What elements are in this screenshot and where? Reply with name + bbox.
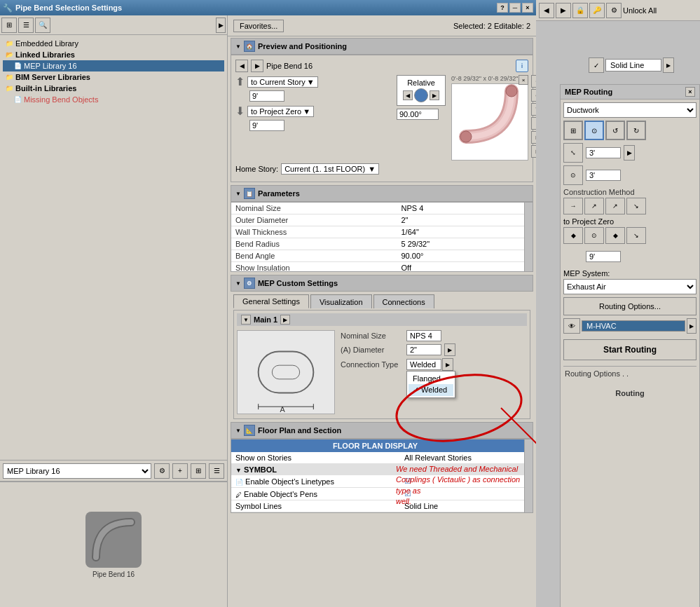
mep-icon-btn-2[interactable]: ⊙ bbox=[584, 121, 604, 140]
mep-hvac-arrow-btn[interactable]: ▶ bbox=[687, 318, 696, 334]
diameter-select-btn[interactable]: ▶ bbox=[444, 343, 455, 356]
mep-val1-arrow[interactable]: ▶ bbox=[624, 145, 635, 161]
mep-system-select[interactable]: Exhaust Air bbox=[563, 279, 696, 294]
position-grid: ⬆ to Current Story ▼ bbox=[235, 75, 528, 161]
mep-icon-btn-1[interactable]: ⊞ bbox=[563, 121, 583, 140]
conn-option-welded[interactable]: ✓ Welded bbox=[409, 384, 453, 396]
param-label: Nominal Size bbox=[231, 203, 397, 214]
construct-btn-3[interactable]: ↗ bbox=[605, 198, 625, 214]
rot-btn2[interactable]: ⊙ bbox=[531, 89, 536, 102]
top-icon-2[interactable]: ▶ bbox=[556, 3, 571, 18]
rot-btn4[interactable]: ⤢ bbox=[531, 117, 536, 130]
ductwork-select[interactable]: Ductwork bbox=[563, 102, 696, 118]
mep-close-btn[interactable]: × bbox=[685, 87, 695, 97]
fp-scrollbar[interactable] bbox=[524, 439, 533, 512]
rot-btn6[interactable]: ⊡ bbox=[531, 145, 536, 158]
main-expand-btn[interactable]: ▼ bbox=[241, 315, 251, 325]
favorites-button[interactable]: Favorites... bbox=[233, 20, 284, 32]
folder-icon-builtin: 📁 bbox=[4, 83, 14, 93]
mep-val2-input[interactable] bbox=[586, 170, 621, 181]
close-button[interactable]: × bbox=[522, 3, 533, 13]
toolbar-list-btn[interactable]: ☰ bbox=[18, 18, 34, 33]
lib-list-btn[interactable]: ☰ bbox=[209, 463, 224, 479]
expand-btn[interactable]: ▶ bbox=[216, 18, 226, 33]
conn-type-dropdown-btn[interactable]: ▶ bbox=[442, 358, 453, 371]
mep-collapse-icon: ▼ bbox=[235, 280, 241, 287]
rel-right-btn[interactable]: ▶ bbox=[430, 90, 439, 100]
project-zero-dropdown[interactable]: to Project Zero ▼ bbox=[247, 106, 314, 117]
start-routing-btn[interactable]: Start Routing bbox=[563, 339, 696, 360]
home-story-select[interactable]: Current (1. 1st FLOOR) ▼ bbox=[281, 163, 379, 175]
main-more-btn[interactable]: ▶ bbox=[280, 315, 290, 325]
preview-3d-close[interactable]: × bbox=[519, 75, 528, 85]
mep-val3-input[interactable] bbox=[586, 251, 621, 262]
fp-linetype-icon: 📄 bbox=[235, 479, 243, 486]
fp-symbol-lines-label: Symbol Lines bbox=[231, 500, 400, 512]
grid-btn-4[interactable]: ↘ bbox=[626, 227, 646, 244]
params-scrollbar[interactable] bbox=[524, 203, 533, 271]
top-icon-3[interactable]: 🔒 bbox=[572, 3, 588, 18]
grid-btn-2[interactable]: ⊙ bbox=[584, 227, 604, 244]
mep-icon-btn-4[interactable]: ↻ bbox=[626, 121, 646, 140]
story-val-input[interactable] bbox=[249, 90, 284, 102]
prev-nav-right[interactable]: ▶ bbox=[251, 60, 263, 72]
tree-item-mep[interactable]: 📄 MEP Library 16 bbox=[3, 60, 224, 71]
construct-btn-4[interactable]: ↘ bbox=[626, 198, 646, 214]
unlock-label: Unlock All bbox=[623, 6, 657, 15]
rot-btn5[interactable]: ⊞ bbox=[531, 131, 536, 144]
mep-icon-btn-3[interactable]: ↺ bbox=[605, 121, 625, 140]
rot-btn1[interactable]: ↺ bbox=[531, 75, 536, 88]
mep-val1-input[interactable] bbox=[586, 147, 621, 158]
tree-item-builtin[interactable]: 📁 Built-in Libraries bbox=[3, 83, 224, 94]
prev-nav-left[interactable]: ◀ bbox=[235, 60, 248, 72]
proj-val-input[interactable] bbox=[249, 120, 284, 131]
toolbar-grid-btn[interactable]: ⊞ bbox=[1, 18, 17, 33]
conn-option-flanged[interactable]: Flanged bbox=[409, 373, 453, 384]
param-value: 90.00° bbox=[397, 250, 533, 262]
mep-panel-content: Ductwork ⊞ ⊙ ↺ ↻ ⤡ ▶ ⊙ Construction Meth… bbox=[561, 100, 699, 407]
minimize-button[interactable]: ─ bbox=[509, 3, 521, 13]
preview-image bbox=[85, 512, 142, 568]
fp-display-header: FLOOR PLAN DISPLAY bbox=[231, 439, 519, 452]
info-button[interactable]: i bbox=[516, 60, 528, 72]
current-story-dropdown[interactable]: to Current Story ▼ bbox=[247, 76, 318, 88]
library-select[interactable]: MEP Library 16 bbox=[3, 463, 151, 479]
help-button[interactable]: ? bbox=[497, 3, 508, 13]
tree-item-missing[interactable]: 📄 Missing Bend Objects bbox=[3, 94, 224, 105]
solid-line-dropdown[interactable]: ▶ bbox=[663, 57, 674, 73]
mep-custom-header[interactable]: ▼ ⚙ MEP Custom Settings bbox=[231, 275, 533, 292]
mep-hvac-label[interactable]: M-HVAC bbox=[582, 320, 685, 332]
checkmark-btn[interactable]: ✓ bbox=[589, 57, 604, 73]
lib-settings-btn[interactable]: ⚙ bbox=[154, 463, 170, 479]
top-icon-4[interactable]: 🔑 bbox=[589, 3, 605, 18]
rot-btn3[interactable]: ↻ bbox=[531, 103, 536, 116]
preview-3d-controls: ↺ ⊙ ↻ ⤢ ⊞ ⊡ bbox=[531, 75, 536, 158]
lib-view-btn[interactable]: ⊞ bbox=[191, 463, 206, 479]
grid-btn-1[interactable]: ◆ bbox=[563, 227, 583, 244]
tab-general-settings[interactable]: General Settings bbox=[233, 294, 309, 308]
top-icon-1[interactable]: ◀ bbox=[539, 3, 554, 18]
mep-hvac-eye-btn[interactable]: 👁 bbox=[563, 318, 580, 334]
favorites-bar: Favorites... Selected: 2 Editable: 2 bbox=[228, 15, 536, 36]
parameters-header[interactable]: ▼ 📋 Parameters bbox=[231, 185, 533, 202]
construct-btn-1[interactable]: → bbox=[563, 198, 583, 214]
tab-connections[interactable]: Connections bbox=[373, 294, 434, 308]
rel-left-btn[interactable]: ◀ bbox=[403, 90, 413, 100]
preview-positioning-header[interactable]: ▼ 🏠 Preview and Positioning bbox=[231, 38, 533, 55]
top-icon-5[interactable]: ⚙ bbox=[606, 3, 622, 18]
routing-options-btn[interactable]: Routing Options... bbox=[563, 297, 696, 315]
tree-item-linked[interactable]: 📂 Linked Libraries bbox=[3, 49, 224, 60]
floor-plan-header[interactable]: ▼ 📐 Floor Plan and Section bbox=[231, 422, 533, 439]
grid-btn-3[interactable]: ◆ bbox=[605, 227, 625, 244]
title-bar-left: 🔧 Pipe Bend Selection Settings bbox=[3, 4, 122, 13]
lib-add-btn[interactable]: + bbox=[172, 463, 188, 479]
tree-item-embedded[interactable]: 📁 Embedded Library bbox=[3, 38, 224, 49]
tree-label-missing: Missing Bend Objects bbox=[24, 95, 98, 104]
tab-visualization[interactable]: Visualization bbox=[310, 294, 372, 308]
toolbar-search-btn[interactable]: 🔍 bbox=[35, 18, 50, 33]
current-story-row: ⬆ to Current Story ▼ bbox=[235, 75, 391, 88]
construct-btn-2[interactable]: ↗ bbox=[584, 198, 604, 214]
tree-item-bim[interactable]: 📁 BIM Server Libraries bbox=[3, 71, 224, 83]
params-row: Wall Thickness1/64" bbox=[231, 226, 533, 238]
angle-input[interactable] bbox=[397, 109, 439, 120]
